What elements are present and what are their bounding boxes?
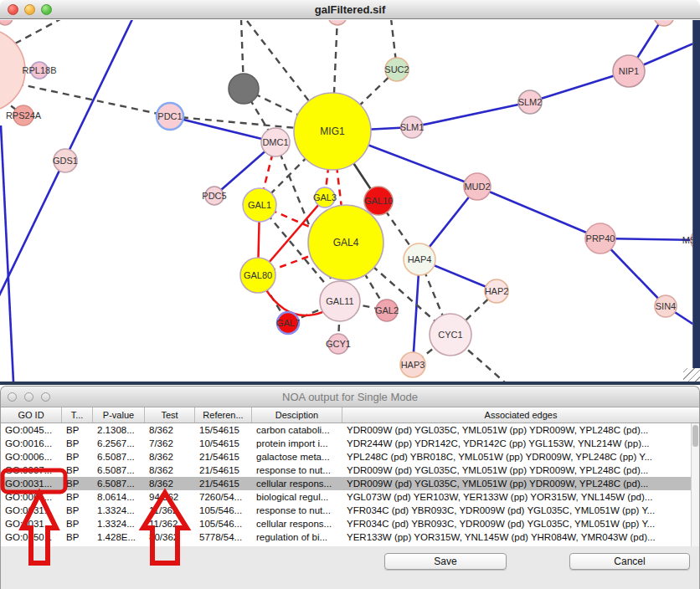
node-label: MIG1 <box>320 125 345 137</box>
table-row[interactable]: GO:0045...BP2.1308...8/36215/54615carbon… <box>1 423 691 437</box>
node-label: PDC1 <box>157 111 182 121</box>
node-label: RPL18B <box>23 65 57 75</box>
table-cell: YDR244W (pp) YDR142C, YDR142C (pp) YGL15… <box>342 437 691 450</box>
node-label: SLM2 <box>518 97 543 107</box>
node-label: SLM1 <box>400 122 425 132</box>
save-button[interactable]: Save <box>384 553 507 570</box>
network-window-title: galFiltered.sif <box>0 3 700 16</box>
node-unlabeled[interactable] <box>328 20 347 25</box>
table-cell: carbon cataboli... <box>252 423 342 437</box>
table-cell: 8.0614... <box>93 490 145 504</box>
table-cell: 6.5087... <box>93 477 145 490</box>
network-edge[interactable] <box>412 102 530 127</box>
node-label: SIN4 <box>656 301 676 311</box>
table-cell: 1.428E... <box>93 530 145 544</box>
table-row[interactable]: GO:0050...BP1.428E...80/3625778/54...reg… <box>1 530 691 544</box>
table-row[interactable]: GO:0031...BP1.3324...11/362105/546...cel… <box>1 517 691 530</box>
cancel-button[interactable]: Cancel <box>569 553 690 570</box>
table-cell: 8/362 <box>145 464 195 477</box>
table-cell: 21/54615 <box>195 477 252 490</box>
node-label: GAL1 <box>248 200 271 210</box>
table-cell: 1.3324... <box>93 517 145 530</box>
table-cell: 8/362 <box>145 477 195 490</box>
table-cell: BP <box>62 464 93 477</box>
node-label: GAL4 <box>333 237 359 248</box>
node-label: CYC1 <box>438 330 462 340</box>
table-cell: regulation of bi... <box>252 530 342 544</box>
table-cell: response to nut... <box>252 504 342 517</box>
noa-window-title: NOA output for Single Mode <box>1 391 699 403</box>
node-unlabeled[interactable] <box>0 28 25 112</box>
column-header[interactable]: Referen... <box>195 407 252 423</box>
network-edge[interactable] <box>477 187 600 238</box>
table-cell: YDR009W (pd) YGL035C, YML051W (pp) YDR00… <box>342 477 691 490</box>
node-label: PRP40 <box>586 233 615 243</box>
table-cell: BP <box>62 490 93 504</box>
node-label: GAL80 <box>244 270 272 280</box>
table-cell: 21/54615 <box>195 464 252 477</box>
table-scrollbar[interactable] <box>691 423 699 546</box>
node-label: HAP2 <box>485 286 509 296</box>
table-cell: 11/362 <box>145 517 195 530</box>
table-cell: GO:0007... <box>1 464 62 477</box>
table-cell: 5778/54... <box>195 530 252 544</box>
table-cell: BP <box>62 477 93 490</box>
table-row[interactable]: GO:0031...BP1.3324...11/362105/546...res… <box>1 504 691 517</box>
column-header[interactable]: Desciption <box>252 407 342 423</box>
table-cell: BP <box>62 437 93 450</box>
node-unlabeled[interactable] <box>0 20 13 25</box>
table-cell: GO:0016... <box>1 437 62 450</box>
column-header[interactable]: P-value <box>93 407 145 423</box>
table-cell: 7/362 <box>145 437 195 450</box>
table-cell: galactose meta... <box>252 450 342 464</box>
table-cell: GO:0006... <box>1 450 62 464</box>
window-edge <box>692 20 700 371</box>
table-cell: protein import i... <box>252 437 342 450</box>
table-cell: 105/546... <box>195 504 252 517</box>
node-label: GAL3 <box>313 192 337 202</box>
table-cell: GO:0031... <box>1 477 62 490</box>
table-row[interactable]: GO:0065...BP8.0614...94/3627260/54...bio… <box>1 490 691 504</box>
node-label: SUC2 <box>384 64 409 74</box>
table-cell: 8/362 <box>145 423 195 437</box>
table-cell: 7260/54... <box>195 490 252 504</box>
table-header: GO IDT...P-valueTestReferen...Desciption… <box>1 407 699 423</box>
table-cell: GO:0065... <box>1 490 62 504</box>
table-row[interactable]: GO:0016...BP6.2567...7/36210/54615protei… <box>1 437 691 450</box>
network-edge[interactable] <box>1 125 13 382</box>
network-graph[interactable]: RPL18BRPS24AGDS1PDC1DMC1MIG1SUC2SLM1SLM2… <box>0 20 700 382</box>
screen: galFiltered.sif RPL18BRPS24AGDS1PDC1DMC1… <box>0 0 700 589</box>
table-row[interactable]: GO:0007...BP6.5087...8/36221/54615respon… <box>1 464 691 477</box>
table-cell: YFR034C (pd) YBR093C, YDR009W (pd) YGL03… <box>342 504 691 517</box>
node-label: GAL10 <box>364 196 393 206</box>
table-cell: 94/362 <box>145 490 195 504</box>
node-label: HAP3 <box>401 360 425 370</box>
network-window-titlebar[interactable]: galFiltered.sif <box>0 0 700 19</box>
table-cell: 1.3324... <box>93 504 145 517</box>
scrollbar-thumb[interactable] <box>692 425 698 447</box>
table-cell: BP <box>62 423 93 437</box>
table-row[interactable]: GO:0031...BP6.5087...8/36221/54615cellul… <box>1 477 691 490</box>
resize-grip-icon[interactable] <box>683 368 700 382</box>
node-unlabeled[interactable] <box>229 74 259 104</box>
node-label: GAL11 <box>326 296 353 306</box>
column-header[interactable]: Associated edges <box>342 407 699 423</box>
network-canvas[interactable]: RPL18BRPS24AGDS1PDC1DMC1MIG1SUC2SLM1SLM2… <box>0 20 700 382</box>
results-table: GO:0045...BP2.1308...8/36215/54615carbon… <box>1 423 691 546</box>
table-cell: biological regul... <box>252 490 342 504</box>
node-label: GDS1 <box>53 156 78 166</box>
column-header[interactable]: Test <box>145 407 195 423</box>
table-cell: 2.1308... <box>93 423 145 437</box>
table-row[interactable]: GO:0006...BP6.5087...8/36221/54615galact… <box>1 450 691 464</box>
column-header[interactable]: T... <box>62 407 93 423</box>
column-header[interactable]: GO ID <box>1 407 62 423</box>
node-label: GCY1 <box>326 339 351 349</box>
table-cell: 11/362 <box>145 504 195 517</box>
table-cell: GO:0031... <box>1 504 62 517</box>
node-label: DMC1 <box>262 137 288 147</box>
table-cell: GO:0031... <box>1 517 62 530</box>
table-cell: BP <box>62 530 93 544</box>
table-cell: YER133W (pp) YOR315W, YNL145W (pd) YHR08… <box>342 530 691 544</box>
noa-window-titlebar[interactable]: NOA output for Single Mode <box>1 387 699 407</box>
network-edge[interactable] <box>15 20 60 44</box>
